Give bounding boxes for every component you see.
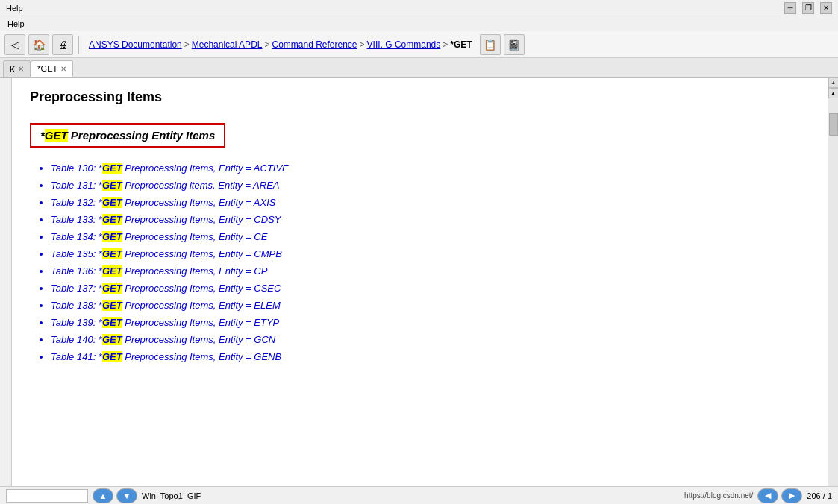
bookmark-icon-btn[interactable]: 📋: [480, 34, 501, 55]
tab-get-close[interactable]: ✕: [60, 65, 66, 73]
notes-icon: 📓: [507, 39, 520, 51]
print-button[interactable]: 🖨: [52, 34, 73, 55]
breadcrumb-sep-3: >: [360, 40, 365, 50]
get-highlight: GET: [102, 214, 122, 225]
scroll-track[interactable]: [828, 98, 839, 486]
main-content: Preprocessing Items *GET Preprocessing E…: [12, 78, 828, 486]
list-item: Table 131: *GET Preprocessing items, Ent…: [51, 180, 810, 191]
heading-get: GET: [45, 129, 68, 142]
back-icon: ◁: [11, 39, 19, 51]
nav-prev-btn[interactable]: ▲: [93, 488, 113, 503]
scroll-expand-btn[interactable]: +: [828, 78, 839, 88]
list-item: Table 137: *GET Preprocessing Items, Ent…: [51, 283, 810, 294]
section-box: *GET Preprocessing Entity Items: [30, 123, 225, 148]
breadcrumb-get: *GET: [450, 40, 472, 50]
page-prev-btn[interactable]: ◀: [757, 488, 778, 503]
get-highlight: GET: [102, 283, 122, 294]
get-highlight: GET: [102, 248, 122, 259]
list-item-link[interactable]: Table 131: *GET Preprocessing items, Ent…: [51, 180, 280, 191]
breadcrumb-mechanical[interactable]: Mechanical APDL: [192, 40, 263, 50]
home-icon: 🏠: [33, 39, 46, 51]
list-item-link[interactable]: Table 141: *GET Preprocessing Items, Ent…: [51, 351, 281, 362]
restore-button[interactable]: ❐: [802, 2, 814, 14]
list-item-link[interactable]: Table 139: *GET Preprocessing Items, Ent…: [51, 317, 279, 328]
title-bar: Help ─ ❐ ✕: [0, 0, 838, 16]
list-item: Table 138: *GET Preprocessing Items, Ent…: [51, 300, 810, 311]
notes-button[interactable]: 📓: [504, 34, 525, 55]
breadcrumb-sep-4: >: [443, 40, 448, 50]
list-item-link[interactable]: Table 133: *GET Preprocessing Items, Ent…: [51, 214, 281, 225]
tab-get-label: *GET: [37, 64, 57, 73]
search-input[interactable]: [6, 489, 88, 503]
heading-pre: *: [40, 129, 45, 142]
left-panel: [0, 78, 12, 486]
bottom-bar: ▲ ▼ Win: Topo1_GIF https://blog.csdn.net…: [0, 486, 838, 504]
tab-k-close[interactable]: ✕: [18, 65, 24, 73]
list-item: Table 135: *GET Preprocessing Items, Ent…: [51, 248, 810, 259]
get-highlight: GET: [102, 351, 122, 362]
page-title: Preprocessing Items: [30, 89, 810, 105]
toolbar-separator: [78, 36, 79, 54]
minimize-button[interactable]: ─: [784, 2, 796, 14]
nav-next-btn[interactable]: ▼: [116, 488, 137, 503]
page-next-btn[interactable]: ▶: [781, 488, 802, 503]
right-scrollbar: + ▲: [828, 78, 838, 486]
get-highlight: GET: [102, 300, 122, 311]
get-highlight: GET: [102, 231, 122, 242]
bottom-page-buttons: ◀ ▶: [757, 488, 802, 503]
breadcrumb-cmdref[interactable]: Command Reference: [272, 40, 357, 50]
bottom-url: https://blog.csdn.net/: [684, 491, 753, 500]
print-icon: 🖨: [57, 39, 68, 51]
get-highlight: GET: [102, 265, 122, 277]
menu-bar: Help: [0, 16, 838, 31]
heading-post: Preprocessing Entity Items: [68, 129, 216, 142]
get-highlight: GET: [102, 180, 122, 191]
home-button[interactable]: 🏠: [28, 34, 49, 55]
app-title: Help: [6, 4, 23, 13]
get-highlight: GET: [102, 317, 122, 328]
back-button[interactable]: ◁: [4, 34, 25, 55]
page-info: 206 / 1: [807, 491, 832, 500]
list-item-link[interactable]: Table 135: *GET Preprocessing Items, Ent…: [51, 248, 282, 259]
list-item: Table 136: *GET Preprocessing Items, Ent…: [51, 265, 810, 277]
window-controls: ─ ❐ ✕: [784, 2, 832, 14]
breadcrumb-sep-1: >: [184, 40, 190, 50]
menu-help[interactable]: Help: [3, 16, 29, 31]
breadcrumb-ansys[interactable]: ANSYS Documentation: [89, 40, 182, 50]
bookmark-icon: 📋: [484, 39, 496, 51]
list-item-link[interactable]: Table 137: *GET Preprocessing Items, Ent…: [51, 283, 281, 294]
toolbar: ◁ 🏠 🖨 ANSYS Documentation > Mechanical A…: [0, 31, 838, 58]
items-list: Table 130: *GET Preprocessing Items, Ent…: [30, 163, 810, 362]
list-item: Table 133: *GET Preprocessing Items, Ent…: [51, 214, 810, 225]
list-item: Table 140: *GET Preprocessing Items, Ent…: [51, 334, 810, 345]
get-highlight: GET: [102, 197, 122, 208]
breadcrumb: ANSYS Documentation > Mechanical APDL > …: [89, 40, 472, 50]
list-item-link[interactable]: Table 132: *GET Preprocessing Items, Ent…: [51, 197, 275, 208]
content-wrapper: Preprocessing Items *GET Preprocessing E…: [0, 78, 838, 486]
breadcrumb-gcmds[interactable]: VIII. G Commands: [367, 40, 441, 50]
list-item-link[interactable]: Table 138: *GET Preprocessing Items, Ent…: [51, 300, 281, 311]
tab-bar: K ✕ *GET ✕: [0, 58, 838, 78]
section-heading: *GET Preprocessing Entity Items: [40, 129, 215, 142]
bottom-label: Win: Topo1_GIF: [142, 491, 201, 500]
list-item: Table 139: *GET Preprocessing Items, Ent…: [51, 317, 810, 328]
tab-k-label: K: [10, 65, 15, 74]
list-item-link[interactable]: Table 130: *GET Preprocessing Items, Ent…: [51, 163, 289, 174]
close-button[interactable]: ✕: [820, 2, 832, 14]
tab-get[interactable]: *GET ✕: [31, 60, 73, 77]
breadcrumb-sep-2: >: [264, 40, 269, 50]
list-item-link[interactable]: Table 134: *GET Preprocessing Items, Ent…: [51, 231, 267, 242]
get-highlight: GET: [102, 163, 122, 174]
tab-k[interactable]: K ✕: [3, 60, 31, 77]
list-item: Table 130: *GET Preprocessing Items, Ent…: [51, 163, 810, 174]
bottom-nav-buttons: ▲ ▼: [93, 488, 137, 503]
list-item-link[interactable]: Table 140: *GET Preprocessing Items, Ent…: [51, 334, 275, 345]
list-item: Table 134: *GET Preprocessing Items, Ent…: [51, 231, 810, 242]
list-item-link[interactable]: Table 136: *GET Preprocessing Items, Ent…: [51, 265, 267, 277]
list-item: Table 141: *GET Preprocessing Items, Ent…: [51, 351, 810, 362]
scroll-thumb[interactable]: [829, 113, 838, 136]
get-highlight: GET: [102, 334, 122, 345]
list-item: Table 132: *GET Preprocessing Items, Ent…: [51, 197, 810, 208]
scroll-up-btn[interactable]: ▲: [828, 88, 839, 98]
